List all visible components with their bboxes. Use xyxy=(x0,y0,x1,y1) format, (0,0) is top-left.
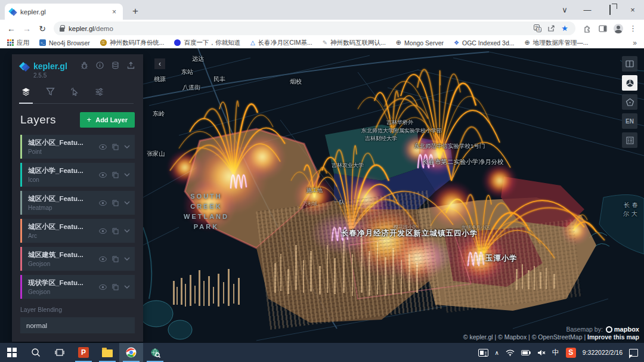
tab-layers[interactable] xyxy=(21,87,30,98)
map-label: 光明净月小区 xyxy=(462,224,490,231)
duplicate-icon[interactable] xyxy=(112,144,119,150)
layer-item-district-geojson[interactable]: 现状学区_Featu... Geojson xyxy=(20,275,135,299)
layer-item-point[interactable]: 城区小区_Featu... Point xyxy=(20,135,135,159)
visibility-eye-icon[interactable] xyxy=(99,228,107,234)
news-widget-icon[interactable] xyxy=(478,349,488,357)
mapbox-logo[interactable]: mapbox xyxy=(606,326,639,333)
improve-map-link[interactable]: Improve this map xyxy=(587,333,639,341)
duplicate-icon[interactable] xyxy=(112,200,119,206)
chevron-down-icon[interactable] xyxy=(124,201,130,205)
browser-tab[interactable]: kepler.gl × xyxy=(5,4,123,20)
wifi-icon[interactable] xyxy=(506,349,515,356)
volume-muted-icon[interactable] xyxy=(537,349,546,356)
bookmark-cim[interactable]: △ 长春净月区CIM基... xyxy=(250,39,312,47)
bookmarks-overflow-icon[interactable]: » xyxy=(633,39,637,47)
info-icon[interactable] xyxy=(96,61,104,69)
duplicate-icon[interactable] xyxy=(112,284,119,290)
chevron-down-icon[interactable] xyxy=(124,229,130,233)
layer-blending-select[interactable]: normal xyxy=(20,317,135,333)
visibility-eye-icon[interactable] xyxy=(99,256,107,262)
draw-polygon-button[interactable] xyxy=(622,94,637,110)
panel-collapse-button[interactable]: ‹ xyxy=(154,58,165,69)
map-canvas[interactable]: 远达 东站 民丰 八道街 桃源 东岭 张家山 烟校 施工地 吉林农业大学 吉林华… xyxy=(0,48,644,343)
chevron-down-icon[interactable] xyxy=(124,257,130,261)
layer-item-icon[interactable]: 城区小学_Featu... Icon xyxy=(20,163,135,187)
duplicate-icon[interactable] xyxy=(112,256,119,262)
export-icon[interactable] xyxy=(127,61,135,69)
taskbar-powerpoint[interactable]: P xyxy=(72,343,95,362)
visibility-eye-icon[interactable] xyxy=(99,284,107,290)
lock-icon[interactable] xyxy=(60,27,64,32)
bookmark-star-icon[interactable]: ★ xyxy=(560,24,569,33)
url-text[interactable]: kepler.gl/demo xyxy=(69,25,528,32)
taskbar-chrome[interactable] xyxy=(119,343,143,362)
tab-search-icon[interactable]: ∨ xyxy=(553,5,576,14)
bug-icon[interactable] xyxy=(80,61,88,69)
side-panel-icon[interactable] xyxy=(598,24,608,33)
sogou-icon[interactable]: S xyxy=(566,348,576,358)
bookmark-it-identity[interactable]: ⚿ 神州数码IT身份统... xyxy=(100,39,165,47)
plus-icon: + xyxy=(87,116,92,123)
profile-avatar[interactable] xyxy=(614,24,623,33)
chevron-down-icon[interactable] xyxy=(124,145,130,148)
svg-text:A: A xyxy=(537,27,540,32)
bookmark-mongo[interactable]: ⊕ Mongo Server xyxy=(396,39,444,47)
back-button[interactable]: ← xyxy=(5,24,18,33)
reload-button[interactable]: ↻ xyxy=(36,24,49,33)
duplicate-icon[interactable] xyxy=(112,228,119,234)
extensions-puzzle-icon[interactable] xyxy=(583,24,592,33)
toggle-3d-button[interactable] xyxy=(622,75,637,91)
bookmark-neo4j[interactable]: >_ Neo4j Browser xyxy=(39,39,90,47)
forward-button[interactable]: → xyxy=(20,24,33,33)
tab-filters[interactable] xyxy=(46,87,55,98)
chevron-down-icon[interactable] xyxy=(124,173,130,177)
bookmark-baidu[interactable]: 百度一下，你就知道 xyxy=(174,39,240,47)
locale-button[interactable]: EN xyxy=(622,113,637,129)
cube-icon: ❖ xyxy=(454,39,459,46)
tab-interactions[interactable] xyxy=(70,87,79,98)
restore-button[interactable] xyxy=(599,5,621,14)
visibility-eye-icon[interactable] xyxy=(99,200,107,206)
split-map-button[interactable] xyxy=(622,56,637,72)
map-label: 吉林华桥外 xyxy=(386,119,413,126)
close-button[interactable]: × xyxy=(621,5,644,14)
layer-item-buildings-geojson[interactable]: 城区建筑_Featu... Geojson xyxy=(20,247,135,271)
layer-blending-label: Layer Blending xyxy=(20,306,135,313)
minimize-button[interactable]: — xyxy=(576,5,599,14)
new-tab-button[interactable]: + xyxy=(129,5,142,17)
start-button[interactable] xyxy=(0,343,24,362)
tray-chevron-icon[interactable]: ∧ xyxy=(495,349,499,356)
browser-menu-icon[interactable]: ⋮ xyxy=(629,24,637,33)
duplicate-icon[interactable] xyxy=(112,172,119,178)
layer-item-arc[interactable]: 城区小区_Featu... Arc xyxy=(20,219,135,243)
translate-icon[interactable]: 文A xyxy=(532,24,542,33)
share-icon[interactable] xyxy=(546,24,556,33)
tab-basemap[interactable] xyxy=(95,87,104,98)
map-label: 一队 xyxy=(334,199,345,206)
tab-close-icon[interactable]: × xyxy=(110,8,118,16)
task-view-button[interactable] xyxy=(48,343,72,362)
taskbar-file-explorer[interactable] xyxy=(95,343,119,362)
taskbar-arcgis[interactable] xyxy=(143,343,167,362)
battery-icon[interactable] xyxy=(521,350,531,355)
taskbar-clock[interactable]: 9:32 2022/2/16 xyxy=(583,349,623,356)
map-label: 东岭 xyxy=(153,110,165,118)
database-icon[interactable] xyxy=(112,61,119,69)
legend-button[interactable] xyxy=(622,132,637,148)
taskbar-search-button[interactable] xyxy=(24,343,48,362)
address-bar[interactable]: kepler.gl/demo 文A ★ xyxy=(54,21,575,35)
copyright-links[interactable]: © kepler.gl | © Mapbox | © OpenStreetMap… xyxy=(463,333,586,341)
ime-indicator[interactable]: 中 xyxy=(552,348,559,358)
visibility-eye-icon[interactable] xyxy=(99,172,107,178)
bookmark-geodb[interactable]: ⊕ 地理数据库管理—... xyxy=(525,39,589,47)
layer-item-heatmap[interactable]: 城区小区_Featu... Heatmap xyxy=(20,191,135,215)
add-layer-button[interactable]: + Add Layer xyxy=(80,112,135,128)
bookmark-ogc[interactable]: ❖ OGC Indexed 3d... xyxy=(454,39,515,47)
chevron-down-icon[interactable] xyxy=(124,285,130,289)
bookmark-label: Neo4j Browser xyxy=(49,39,90,47)
action-center-icon[interactable] xyxy=(629,349,638,357)
triangle-icon: △ xyxy=(250,39,255,46)
bookmark-apps[interactable]: 应用 xyxy=(7,39,29,47)
visibility-eye-icon[interactable] xyxy=(99,144,107,150)
bookmark-internet-auth[interactable]: ✎ 神州数码互联网认... xyxy=(323,39,386,47)
